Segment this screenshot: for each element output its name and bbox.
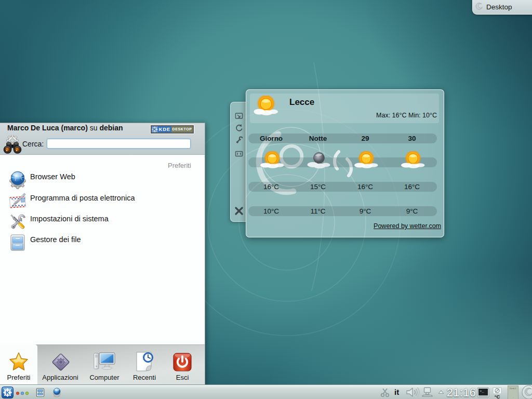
svg-text:K: K: [153, 126, 157, 132]
svg-text:>_: >_: [480, 389, 484, 393]
svg-text:K: K: [6, 390, 10, 396]
